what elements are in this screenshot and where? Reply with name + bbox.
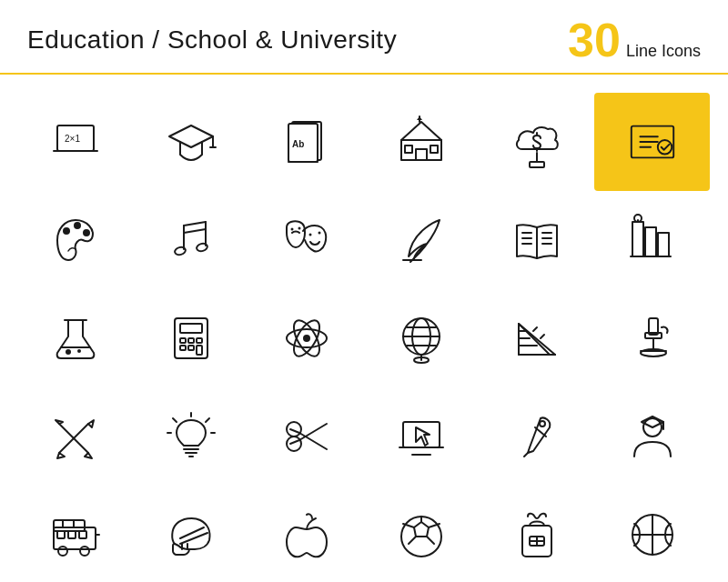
svg-point-37 (308, 234, 311, 236)
svg-line-107 (290, 440, 299, 444)
svg-text:Ab: Ab (292, 139, 304, 149)
icon-basketball (594, 486, 710, 582)
icon-scissors (248, 387, 364, 486)
svg-line-82 (533, 327, 537, 331)
header: Education / School & University 30 Line … (0, 0, 728, 73)
icon-microscope (594, 289, 710, 387)
svg-line-106 (299, 433, 327, 449)
svg-point-28 (84, 230, 89, 236)
icon-certificate (594, 93, 710, 191)
icon-flask (18, 289, 134, 387)
icon-count: 30 Line Icons (568, 16, 701, 64)
svg-point-104 (287, 422, 301, 436)
icon-football-helmet (134, 486, 249, 582)
icon-calculator (134, 289, 249, 387)
divider (0, 73, 728, 75)
svg-rect-62 (180, 346, 186, 350)
icon-music-notes (134, 191, 249, 289)
svg-marker-11 (401, 122, 441, 140)
svg-point-32 (174, 246, 187, 256)
icon-soccer-ball (364, 486, 480, 582)
svg-rect-47 (632, 222, 643, 256)
svg-rect-60 (188, 338, 194, 343)
icon-ruler-triangle (480, 289, 595, 387)
svg-point-38 (318, 232, 320, 235)
svg-line-129 (180, 533, 207, 544)
svg-rect-49 (658, 233, 669, 256)
svg-rect-125 (57, 531, 65, 538)
svg-rect-63 (188, 346, 194, 350)
svg-point-103 (287, 436, 301, 451)
svg-rect-48 (645, 227, 656, 256)
svg-text:2×1: 2×1 (65, 134, 80, 144)
svg-rect-126 (68, 531, 76, 538)
svg-marker-93 (56, 420, 63, 424)
svg-rect-109 (403, 422, 440, 447)
svg-rect-120 (54, 520, 85, 531)
svg-point-55 (66, 349, 71, 355)
svg-point-121 (58, 547, 67, 556)
icon-backpack (480, 486, 595, 582)
icon-graduate-student (594, 387, 710, 486)
icon-university-building (364, 93, 480, 191)
svg-rect-12 (416, 149, 427, 160)
svg-line-105 (299, 424, 327, 440)
icon-pen-tool (480, 387, 595, 486)
svg-rect-64 (197, 346, 202, 355)
svg-line-34 (184, 229, 206, 233)
svg-rect-13 (405, 146, 412, 153)
svg-point-65 (303, 335, 310, 342)
icon-graduation-cap (134, 93, 249, 191)
icon-quill-pen (364, 191, 480, 289)
svg-point-25 (657, 140, 671, 154)
icon-cloud-education (480, 93, 595, 191)
icon-book-abc: Ab (248, 93, 364, 191)
svg-marker-112 (416, 427, 430, 446)
icon-laptop-cursor (364, 387, 480, 486)
svg-marker-134 (414, 522, 429, 537)
svg-point-36 (298, 227, 300, 230)
icon-number: 30 (568, 16, 621, 64)
icon-atom (248, 289, 364, 387)
svg-rect-58 (180, 324, 202, 333)
icon-laptop-math: 2×1 (18, 93, 134, 191)
svg-marker-91 (57, 453, 65, 458)
svg-marker-3 (169, 125, 213, 147)
icon-open-book (480, 191, 595, 289)
icon-lightbulb (134, 387, 249, 486)
svg-rect-59 (180, 338, 186, 343)
svg-point-122 (80, 547, 89, 556)
svg-line-137 (427, 537, 434, 544)
svg-marker-90 (88, 420, 94, 427)
icons-grid: 2×1 Ab (0, 84, 728, 582)
svg-line-100 (206, 418, 209, 422)
svg-rect-127 (79, 531, 86, 538)
icon-school-bus (18, 486, 134, 582)
icon-pencils-crossed (18, 387, 134, 486)
svg-line-113 (535, 427, 546, 436)
svg-line-108 (290, 429, 299, 433)
svg-point-114 (540, 421, 545, 426)
svg-point-56 (77, 349, 81, 353)
icon-globe (364, 289, 480, 387)
svg-rect-14 (430, 146, 438, 153)
svg-point-26 (64, 228, 69, 234)
icon-apple (248, 486, 364, 582)
svg-line-115 (524, 453, 528, 457)
svg-point-35 (290, 228, 293, 231)
svg-marker-16 (417, 116, 422, 120)
icon-subtitle: Line Icons (626, 42, 701, 61)
icon-theater-masks (248, 191, 364, 289)
svg-marker-94 (85, 453, 92, 458)
icon-paint-palette (18, 191, 134, 289)
svg-rect-61 (197, 338, 202, 343)
svg-line-29 (184, 222, 206, 226)
page-title: Education / School & University (27, 25, 397, 55)
icon-bookshelf (594, 191, 710, 289)
svg-rect-18 (530, 162, 544, 167)
svg-line-138 (409, 537, 416, 544)
svg-line-83 (541, 335, 544, 338)
svg-point-27 (75, 223, 80, 228)
svg-line-99 (173, 418, 177, 422)
svg-point-33 (196, 243, 208, 253)
